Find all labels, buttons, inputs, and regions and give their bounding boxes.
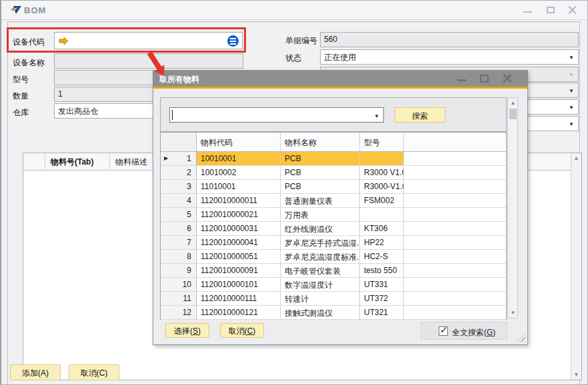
row-header[interactable]: 3	[161, 180, 197, 194]
table-row[interactable]: ▶1 10010001 PCB	[161, 152, 506, 166]
cell-code[interactable]: 1120010000051	[197, 250, 281, 264]
table-row[interactable]: 9 1120010000091 电子岐管仪套装 testo 550	[161, 264, 506, 278]
scrollbar-thumb[interactable]	[509, 109, 517, 119]
cell-filler	[404, 278, 506, 292]
table-row[interactable]: 6 1120010000031 红外线测温仪 KT306	[161, 222, 506, 236]
row-header[interactable]: 2	[161, 166, 197, 180]
cell-name[interactable]: 红外线测温仪	[281, 222, 360, 236]
device-code-input[interactable]	[54, 32, 243, 49]
cell-name[interactable]: 数字温湿度计	[281, 278, 360, 292]
row-header[interactable]: 12	[161, 306, 197, 320]
cell-model[interactable]: UT372	[360, 292, 404, 306]
dialog-scrollbar[interactable]: ▲ ▼	[507, 97, 518, 318]
col-code-header[interactable]: 物料代码	[197, 133, 281, 152]
warehouse-label: 仓库	[13, 107, 29, 119]
row-header[interactable]: 6	[161, 222, 197, 236]
cell-filler	[404, 180, 506, 194]
window-titlebar: BOM	[1, 1, 587, 20]
scroll-down-icon[interactable]: ▼	[508, 310, 518, 316]
cell-name[interactable]: 罗卓尼克手持式温湿...	[281, 236, 360, 250]
row-header[interactable]: 5	[161, 208, 197, 222]
dialog-maximize-button[interactable]	[478, 73, 491, 84]
cell-model[interactable]: HC2-S	[360, 250, 404, 264]
window-maximize-button[interactable]	[543, 5, 558, 17]
cell-name[interactable]: 万用表	[281, 208, 360, 222]
cell-model[interactable]: R3000-V1.0	[360, 180, 404, 194]
row-header[interactable]: 9	[161, 264, 197, 278]
cell-name[interactable]: PCB	[281, 166, 360, 180]
cell-code[interactable]: 1120010000041	[197, 236, 281, 250]
cell-code[interactable]: 1120010000111	[197, 292, 281, 306]
col-model-header[interactable]: 型号	[360, 133, 404, 152]
cell-code[interactable]: 1120010000101	[197, 278, 281, 292]
cell-name[interactable]: PCB	[281, 152, 360, 166]
row-header[interactable]: 11	[161, 292, 197, 306]
cell-name[interactable]: 接触式测温仪	[281, 306, 360, 320]
lookup-list-icon[interactable]	[227, 35, 239, 47]
cell-code[interactable]: 1120010000031	[197, 222, 281, 236]
window-close-button[interactable]	[565, 5, 579, 17]
table-row[interactable]: 12 1120010000121 接触式测温仪 UT321	[161, 306, 506, 320]
row-header[interactable]: 7	[161, 236, 197, 250]
cell-model[interactable]: testo 550	[360, 264, 404, 278]
cell-model[interactable]: UT321	[360, 306, 404, 320]
search-button[interactable]: 搜索	[395, 107, 445, 123]
cell-model[interactable]: FSM002	[360, 194, 404, 208]
fulltext-search-checkbox[interactable]: ✓	[439, 326, 448, 336]
cell-model[interactable]: HP22	[360, 236, 404, 250]
cell-code[interactable]: 1120010000121	[197, 306, 281, 320]
table-row[interactable]: 8 1120010000051 罗卓尼克温湿度标准... HC2-S	[161, 250, 506, 264]
row-header[interactable]: 4	[161, 194, 197, 208]
cell-code[interactable]: 1120010000011	[197, 194, 281, 208]
resize-grip[interactable]	[517, 334, 525, 342]
table-row[interactable]: 7 1120010000041 罗卓尼克手持式温湿... HP22	[161, 236, 506, 250]
table-row[interactable]: 5 1120010000021 万用表	[161, 208, 506, 222]
table-row[interactable]: 11 1120010000111 转速计 UT372	[161, 292, 506, 306]
table-row[interactable]: 4 1120010000011 普通测量仪表 FSM002	[161, 194, 506, 208]
cell-filler	[404, 292, 506, 306]
cell-code[interactable]: 10010002	[197, 166, 281, 180]
search-combobox[interactable]: ▼	[169, 107, 384, 123]
dialog-minimize-button[interactable]	[455, 73, 469, 84]
cell-filler	[404, 264, 506, 278]
cell-name[interactable]: 电子岐管仪套装	[281, 264, 360, 278]
cell-model[interactable]: UT331	[360, 278, 404, 292]
chevron-down-icon: ▼	[569, 121, 574, 127]
scroll-up-icon[interactable]: ▲	[571, 155, 581, 161]
dialog-cancel-button[interactable]: 取消(C)	[220, 323, 264, 338]
cell-filler	[404, 250, 506, 264]
window-minimize-button[interactable]	[521, 5, 535, 17]
status-dropdown[interactable]: 正在使用 ▼	[320, 49, 579, 65]
cell-model[interactable]	[360, 208, 404, 222]
bom-items-scrollbar[interactable]: ▲ ▼	[571, 153, 581, 380]
table-row[interactable]: 2 10010002 PCB R3000 V1.0	[161, 166, 506, 180]
table-row[interactable]: 3 11010001 PCB R3000-V1.0	[161, 180, 506, 194]
cell-code[interactable]: 10010001	[197, 152, 281, 166]
cell-code[interactable]: 1120010000091	[197, 264, 281, 278]
table-row[interactable]: 10 1120010000101 数字温湿度计 UT331	[161, 278, 506, 292]
scroll-up-icon[interactable]: ▲	[508, 100, 518, 106]
col-name-header[interactable]: 物料名称	[281, 133, 360, 152]
cell-name[interactable]: 罗卓尼克温湿度标准...	[281, 250, 360, 264]
row-header[interactable]: 10	[161, 278, 197, 292]
row-header[interactable]: 8	[161, 250, 197, 264]
select-button[interactable]: 选择(S)	[165, 323, 209, 338]
checkmark-icon: ✓	[440, 324, 448, 335]
cell-name[interactable]: 普通测量仪表	[281, 194, 360, 208]
dialog-close-button[interactable]	[501, 73, 514, 84]
cell-model[interactable]	[360, 152, 404, 166]
chevron-down-icon: ▼	[374, 113, 379, 119]
cell-model[interactable]: R3000 V1.0	[360, 166, 404, 180]
dialog-titlebar[interactable]: 取所有物料	[153, 71, 527, 87]
row-header[interactable]: ▶1	[161, 152, 197, 166]
bom-window: BOM 设备代码 设备名称 型号 数量 仓库 1 发出商品仓 单据编号 560 …	[0, 0, 588, 385]
scroll-down-icon[interactable]: ▼	[571, 372, 581, 378]
cancel-button[interactable]: 取消(C)	[69, 364, 119, 380]
cell-code[interactable]: 1120010000021	[197, 208, 281, 222]
cell-model[interactable]: KT306	[360, 222, 404, 236]
cell-code[interactable]: 11010001	[197, 180, 281, 194]
window-title: BOM	[24, 5, 46, 15]
cell-name[interactable]: 转速计	[281, 292, 360, 306]
add-button[interactable]: 添加(A)	[10, 364, 61, 380]
cell-name[interactable]: PCB	[281, 180, 360, 194]
